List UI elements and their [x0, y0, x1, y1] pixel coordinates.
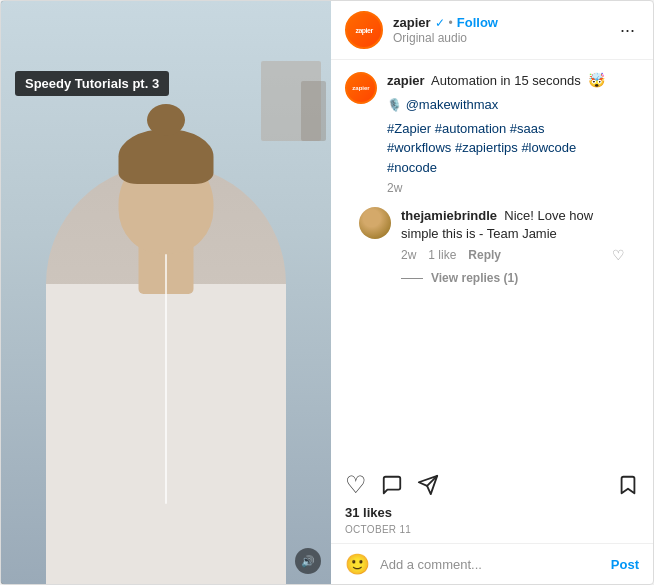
verified-badge: ✓: [435, 16, 445, 30]
add-comment-row: 🙂 Post: [331, 543, 653, 584]
username-row: zapier ✓ • Follow: [393, 15, 616, 30]
reply-button[interactable]: Reply: [468, 248, 501, 262]
post-date: OCTOBER 11: [331, 522, 653, 543]
actions-row: ♡: [331, 463, 653, 503]
avatar-text: zapier: [355, 27, 372, 34]
likes-count: 31 likes: [331, 503, 653, 522]
caption-text: zapier Automation in 15 seconds 🤯: [387, 70, 605, 91]
share-button[interactable]: [417, 474, 439, 496]
caption-row: zapier zapier Automation in 15 seconds 🤯…: [345, 70, 639, 195]
caption-mention: 🎙️ @makewithmax: [387, 95, 605, 115]
username[interactable]: zapier: [393, 15, 431, 30]
hashtag-text[interactable]: #Zapier #automation #saas #workflows #za…: [387, 121, 576, 175]
caption-username[interactable]: zapier: [387, 73, 425, 88]
caption-area: zapier zapier Automation in 15 seconds 🤯…: [331, 60, 653, 463]
header-info: zapier ✓ • Follow Original audio: [393, 15, 616, 45]
comment-input[interactable]: [380, 557, 601, 572]
comment-row: thejamiebrindle Nice! Love how simple th…: [359, 207, 625, 263]
instagram-post-card: Speedy Tutorials pt. 3 🔊 zapier zapier ✓…: [0, 0, 654, 585]
caption-emoji: 🤯: [588, 72, 605, 88]
caption-body: Automation in 15 seconds: [431, 73, 581, 88]
more-options-button[interactable]: ···: [616, 20, 639, 41]
video-title-text: Speedy Tutorials pt. 3: [25, 76, 159, 91]
video-panel[interactable]: Speedy Tutorials pt. 3 🔊: [1, 1, 331, 584]
comment-button[interactable]: [381, 474, 403, 496]
content-panel: zapier zapier ✓ • Follow Original audio …: [331, 1, 653, 584]
comment-heart-icon[interactable]: ♡: [612, 247, 625, 263]
view-replies-button[interactable]: View replies (1): [431, 271, 518, 285]
view-replies-section: View replies (1): [359, 271, 625, 285]
caption-avatar: zapier: [345, 72, 377, 104]
post-comment-button[interactable]: Post: [611, 557, 639, 572]
comment-likes: 1 like: [428, 248, 456, 262]
comment-time: 2w: [401, 248, 416, 262]
comment-content: thejamiebrindle Nice! Love how simple th…: [401, 207, 625, 263]
dot-separator: •: [449, 16, 453, 30]
caption-hashtags: #Zapier #automation #saas #workflows #za…: [387, 119, 605, 178]
bookmark-button[interactable]: [617, 474, 639, 496]
video-title-badge: Speedy Tutorials pt. 3: [15, 71, 169, 96]
commenter-username[interactable]: thejamiebrindle: [401, 208, 497, 223]
sound-icon[interactable]: 🔊: [295, 548, 321, 574]
caption-content: zapier Automation in 15 seconds 🤯 🎙️ @ma…: [387, 70, 605, 195]
commenter-avatar-inner: [359, 207, 391, 239]
replies-line: [401, 278, 423, 279]
comment-section: thejamiebrindle Nice! Love how simple th…: [345, 201, 639, 291]
commenter-avatar: [359, 207, 391, 239]
sub-text: Original audio: [393, 31, 616, 45]
comment-text: thejamiebrindle Nice! Love how simple th…: [401, 207, 625, 243]
emoji-picker-icon[interactable]: 🙂: [345, 552, 370, 576]
like-button[interactable]: ♡: [345, 471, 367, 499]
avatar: zapier: [345, 11, 383, 49]
comment-meta: 2w 1 like Reply ♡: [401, 247, 625, 263]
mention-link[interactable]: @makewithmax: [406, 97, 499, 112]
card-body: Speedy Tutorials pt. 3 🔊 zapier zapier ✓…: [1, 1, 653, 584]
follow-button[interactable]: Follow: [457, 15, 498, 30]
post-header: zapier zapier ✓ • Follow Original audio …: [331, 1, 653, 60]
caption-time: 2w: [387, 181, 605, 195]
